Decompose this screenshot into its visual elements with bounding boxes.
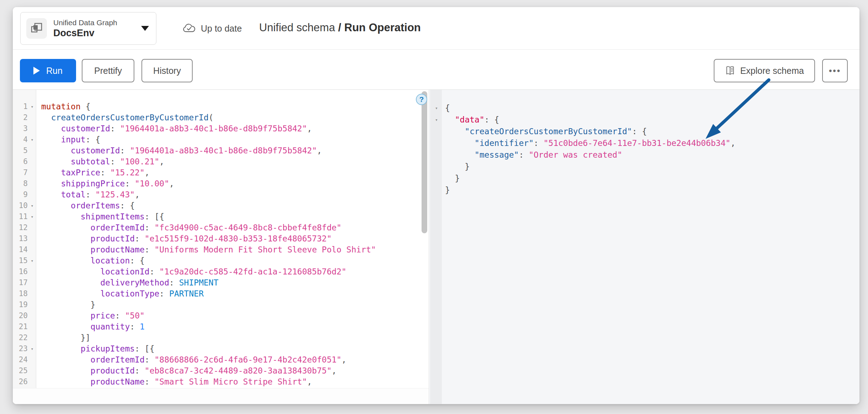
fold-toggle-icon[interactable]: ▾ (28, 343, 37, 354)
code-token: : { (130, 256, 145, 265)
sync-status: Up to date (182, 22, 242, 35)
explore-schema-label: Explore schema (740, 66, 804, 76)
line-number: 1 (13, 101, 28, 112)
fold-toggle-icon[interactable]: ▾ (28, 134, 37, 145)
code-token: productId (90, 234, 135, 243)
help-badge[interactable]: ? (416, 94, 427, 105)
code-token: , (135, 190, 140, 199)
editor-code-line: 1▾mutation { (13, 101, 429, 112)
fold-spacer (28, 321, 37, 332)
code-token: "88668866-2c6d-4fa6-9e17-4b2c42e0f051" (155, 355, 342, 364)
toolbar: Run Prettify History Explore schema ••• (13, 50, 859, 89)
editor-code-line: 9 total: "125.43", (13, 189, 429, 200)
fold-toggle-icon[interactable]: ▾ (28, 101, 37, 112)
editor-lines: 1▾mutation {2 createOrdersCustomerByCust… (13, 101, 429, 387)
code-token: , (145, 168, 150, 177)
fold-toggle-icon[interactable]: ▾ (28, 255, 37, 266)
run-button[interactable]: Run (20, 59, 76, 82)
editor-code-line: 25 productId: "eb8c8ca7-3c42-4489-a820-3… (13, 365, 429, 376)
editor-code-line: 18 locationType: PARTNER (13, 288, 429, 299)
code-token (445, 150, 475, 159)
code-token (41, 377, 90, 386)
line-number: 20 (13, 310, 28, 321)
code-token: price (90, 311, 115, 320)
code-text: subtotal: "100.21", (37, 156, 164, 167)
code-text: customerId: "1964401a-a8b3-40c1-b86e-d8b… (37, 123, 312, 134)
code-token: : (145, 245, 155, 254)
code-token: : (115, 311, 125, 320)
code-token (41, 234, 90, 243)
result-code-line: "identifier": "51c0bde6-7e64-11e7-bb31-b… (429, 137, 859, 149)
fold-toggle-icon[interactable]: ▾ (433, 114, 440, 126)
header: Unified Data Graph DocsEnv Up to date Un… (13, 7, 859, 50)
line-number: 3 (13, 123, 28, 134)
code-token: deliveryMethod (100, 278, 169, 287)
fold-toggle-icon[interactable]: ▾ (28, 200, 37, 211)
code-token: : (135, 234, 145, 243)
code-token: : { (120, 201, 135, 210)
fold-spacer (28, 123, 37, 134)
more-options-button[interactable]: ••• (822, 59, 848, 82)
fold-spacer (28, 233, 37, 244)
breadcrumb-current: / Run Operation (338, 21, 421, 34)
overlapping-squares-icon (31, 22, 43, 34)
code-token: SHIPMENT (179, 278, 219, 287)
editor-code-line: 21 quantity: 1 (13, 321, 429, 332)
fold-spacer (28, 189, 37, 200)
code-token: "1c9a20dc-c585-42fd-ac1a-1216085b76d2" (159, 267, 346, 276)
fold-toggle-icon[interactable]: ▾ (28, 211, 37, 222)
prettify-button[interactable]: Prettify (82, 59, 134, 82)
code-text: locationType: PARTNER (37, 288, 204, 299)
code-token: input (61, 135, 85, 144)
history-button[interactable]: History (141, 59, 193, 82)
code-token (41, 135, 61, 144)
editor-code-line: 2 createOrdersCustomerByCustomerId( (13, 112, 429, 123)
result-viewer: ▾{▾ "data": { "createOrdersCustomerByCus… (429, 90, 859, 404)
editor-code-line: 23▾ pickupItems: [{ (13, 343, 429, 354)
code-token (445, 138, 475, 148)
line-number: 7 (13, 167, 28, 178)
editor-code-line: 24 orderItemId: "88668866-2c6d-4fa6-9e17… (13, 354, 429, 365)
code-text: total: "125.43", (37, 189, 140, 200)
line-number: 25 (13, 365, 28, 376)
code-token: } (445, 185, 450, 195)
line-number: 2 (13, 112, 28, 123)
code-token: } (41, 300, 95, 309)
prettify-button-label: Prettify (94, 66, 122, 76)
code-token: subtotal (71, 157, 110, 166)
code-token: locationId (100, 267, 149, 276)
code-token (41, 289, 100, 298)
code-token: , (730, 138, 735, 148)
fold-spacer (28, 277, 37, 288)
editor-code-line: 13 productId: "e1c515f9-102d-4830-b353-1… (13, 233, 429, 244)
explore-schema-button[interactable]: Explore schema (714, 59, 815, 82)
result-code-line: ▾ "data": { (429, 114, 859, 126)
code-text: quantity: 1 (37, 321, 145, 332)
environment-selector[interactable]: Unified Data Graph DocsEnv (20, 12, 156, 45)
editor-vscrollbar[interactable] (422, 91, 427, 233)
code-token: "10.00" (135, 179, 169, 188)
code-token: productId (90, 366, 135, 375)
code-text: productId: "eb8c8ca7-3c42-4489-a820-3aa1… (37, 365, 337, 376)
code-token (41, 179, 61, 188)
fold-spacer (28, 376, 37, 387)
code-token: : (120, 146, 130, 155)
code-token (41, 278, 100, 287)
line-number: 23 (13, 343, 28, 354)
code-text: shippingPrice: "10.00", (37, 178, 174, 189)
code-text: customerId: "1964401a-a8b3-40c1-b86e-d8b… (37, 145, 322, 156)
line-number: 5 (13, 145, 28, 156)
environment-icon-box (26, 18, 47, 39)
query-editor[interactable]: 1▾mutation {2 createOrdersCustomerByCust… (13, 90, 429, 404)
line-number: 17 (13, 277, 28, 288)
code-token: , (307, 124, 312, 133)
fold-spacer (28, 288, 37, 299)
code-token: "51c0bde6-7e64-11e7-bb31-be2e44b06b34" (543, 138, 730, 148)
code-token: "15.22" (110, 168, 145, 177)
code-token: : (169, 278, 179, 287)
code-text: mutation { (37, 101, 90, 112)
fold-toggle-icon[interactable]: ▾ (433, 102, 440, 114)
code-token (41, 157, 71, 166)
code-token (41, 267, 100, 276)
code-token (445, 115, 455, 124)
